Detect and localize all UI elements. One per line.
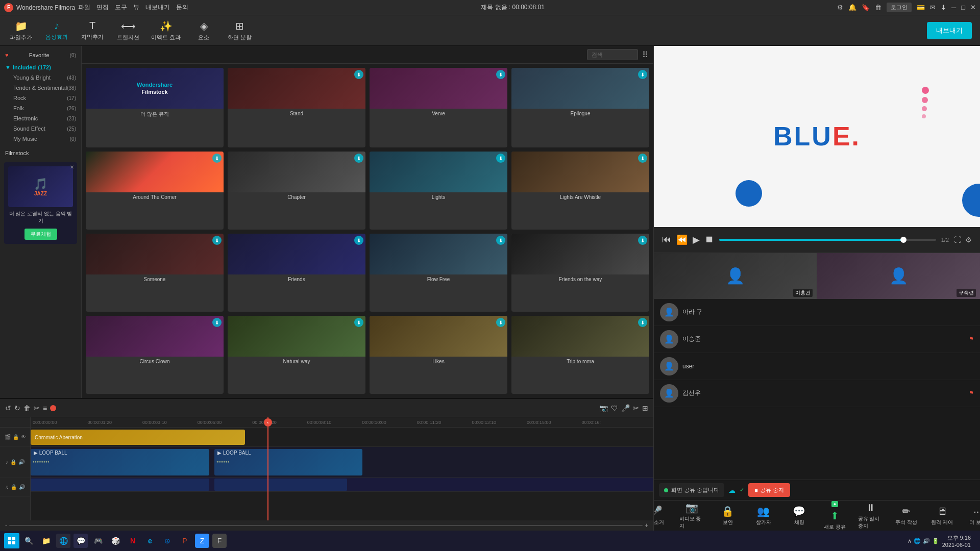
meeting-share-btn[interactable]: ● ⬆ 새로 공유 <box>822 501 848 531</box>
grid-item-friends[interactable]: ⬇ Friends <box>228 234 365 312</box>
trash-icon[interactable]: 🗑 <box>875 4 881 11</box>
tray-volume[interactable]: 🔊 <box>923 538 930 544</box>
redo-icon[interactable]: ↻ <box>14 404 20 412</box>
grid-item-likes[interactable]: ⬇ Likes <box>370 316 507 394</box>
flow-download-icon[interactable]: ⬇ <box>496 236 505 245</box>
taskbar-zoom-icon[interactable]: Z <box>195 534 209 548</box>
loop-ball-clip-2[interactable]: ▶ LOOP BALL ●●●●●●● <box>214 449 362 475</box>
meeting-video-btn[interactable]: 📷 비디오 중지 <box>679 502 705 530</box>
lights-download-icon[interactable]: ⬇ <box>496 154 505 163</box>
menu-help[interactable]: 문의 <box>176 3 188 12</box>
chapter-download-icon[interactable]: ⬇ <box>354 154 363 163</box>
settings-icon[interactable]: ⚙ <box>837 4 843 11</box>
audio-lock-icon[interactable]: 🔒 <box>10 459 16 465</box>
grid-item-filmstock[interactable]: Wondershare Filmstock 더 많은 뮤직 <box>86 68 224 147</box>
shield-icon[interactable]: 🛡 <box>611 404 618 412</box>
natural-download-icon[interactable]: ⬇ <box>354 318 363 327</box>
eye-icon[interactable]: 👁 <box>21 434 26 440</box>
stop-share-btn[interactable]: ■ 공유 중지 <box>748 483 790 497</box>
sidebar-my-music[interactable]: My Music (0) <box>8 134 81 144</box>
toolbar-audio[interactable]: ♪ 음성효과 <box>44 20 69 41</box>
sidebar-included[interactable]: ▼ Included (172) <box>0 62 81 72</box>
undo-icon[interactable]: ↺ <box>5 404 11 412</box>
zoom-out-icon[interactable]: - <box>5 522 7 529</box>
fullscreen-icon[interactable]: ⛶ <box>954 236 961 244</box>
minimize-btn[interactable]: ─ <box>951 4 956 11</box>
preview-progress-bar[interactable] <box>719 239 936 241</box>
properties-icon[interactable]: ≡ <box>43 404 47 412</box>
sidebar-sound-effect[interactable]: Sound Effect (25) <box>8 123 81 134</box>
card-icon[interactable]: 💳 <box>917 4 925 11</box>
toolbar-elements[interactable]: ◈ 요소 <box>191 20 216 41</box>
epilogue-download-icon[interactable]: ⬇ <box>638 70 647 79</box>
toolbar-split[interactable]: ⊞ 화면 분할 <box>227 20 252 41</box>
trip-download-icon[interactable]: ⬇ <box>638 318 647 327</box>
taskbar-filmora-icon[interactable]: F <box>212 534 227 548</box>
taskbar-game-icon[interactable]: 🎮 <box>91 534 105 548</box>
taskbar-explorer-icon[interactable]: 📁 <box>39 534 53 548</box>
taskbar-ie-icon[interactable]: e <box>143 534 157 548</box>
mail-icon[interactable]: ✉ <box>930 4 936 11</box>
bookmark-icon[interactable]: 🔖 <box>862 4 870 11</box>
cut-icon[interactable]: ✂ <box>34 404 40 412</box>
sidebar-favorite[interactable]: ♥ Favorite (0) <box>0 50 81 60</box>
download-icon[interactable]: ⬇ <box>941 4 946 11</box>
play-btn[interactable]: ▶ <box>693 234 700 245</box>
someone-download-icon[interactable]: ⬇ <box>212 236 222 245</box>
sidebar-rock[interactable]: Rock (17) <box>8 93 81 103</box>
stop-btn[interactable]: ⏹ <box>705 234 714 245</box>
tray-network[interactable]: 🌐 <box>914 538 921 544</box>
grid-item-chapter[interactable]: ⬇ Chapter <box>228 152 365 230</box>
grid-item-someone[interactable]: ⬇ Someone <box>86 234 224 312</box>
verve-download-icon[interactable]: ⬇ <box>496 70 505 79</box>
notification-icon[interactable]: 🔔 <box>848 4 856 11</box>
scissors-icon[interactable]: ✂ <box>633 404 639 412</box>
tray-arrow[interactable]: ∧ <box>908 538 912 544</box>
grid-item-trip[interactable]: ⬇ Trip to roma <box>511 316 649 394</box>
login-btn[interactable]: 로그인 <box>887 3 912 12</box>
taskbar-chrome-icon[interactable]: 🌐 <box>56 534 70 548</box>
toolbar-transition[interactable]: ⟷ 트랜지션 <box>115 20 141 41</box>
sidebar-tender[interactable]: Tender & Sentimental (38) <box>8 83 81 93</box>
friends-download-icon[interactable]: ⬇ <box>354 236 363 245</box>
ad-close-icon[interactable]: ✕ <box>70 164 74 170</box>
grid-item-epilogue[interactable]: ⬇ Epilogue <box>511 68 649 147</box>
meeting-participants-btn[interactable]: 👥 참가자 <box>751 505 776 526</box>
audio-speaker-icon[interactable]: 🔊 <box>18 459 24 465</box>
audio2-speaker-icon[interactable]: 🔊 <box>19 484 25 490</box>
corner-download-icon[interactable]: ⬇ <box>212 154 222 163</box>
loop-ball-clip-1[interactable]: ▶ LOOP BALL ●●●●●●●●● <box>31 449 209 475</box>
mic-timeline-icon[interactable]: 🎤 <box>621 404 630 412</box>
audio2-lock-icon[interactable]: 🔒 <box>11 484 17 490</box>
windows-start-btn[interactable] <box>4 533 19 548</box>
sub-clip-2[interactable] <box>214 479 347 491</box>
chromatic-clip[interactable]: Chromatic Aberration <box>31 430 245 445</box>
sidebar-folk[interactable]: Folk (26) <box>8 103 81 113</box>
menu-tools[interactable]: 도구 <box>115 3 127 12</box>
meeting-mic-btn[interactable]: 🎤 음소거 <box>654 505 669 526</box>
close-btn[interactable]: ✕ <box>970 4 976 11</box>
toolbar-file-add[interactable]: 📁 파일추가 <box>8 20 34 41</box>
zoom-in-icon[interactable]: + <box>645 522 648 529</box>
meeting-security-btn[interactable]: 🔒 보안 <box>715 505 741 526</box>
taskbar-netflix-icon[interactable]: N <box>126 534 140 548</box>
grid-item-friends-way[interactable]: ⬇ Friends on the way <box>511 234 649 312</box>
grid-item-corner[interactable]: ⬇ Around The Corner <box>86 152 224 230</box>
search-input[interactable] <box>587 49 638 60</box>
taskbar-edge-icon[interactable]: ⊕ <box>160 534 175 548</box>
ad-trial-btn[interactable]: 무료체험 <box>24 229 57 240</box>
sub-clip-1[interactable] <box>31 479 209 491</box>
maximize-btn[interactable]: □ <box>961 4 965 11</box>
friends-way-download-icon[interactable]: ⬇ <box>638 236 647 245</box>
taskbar-ppt-icon[interactable]: P <box>178 534 192 548</box>
likes-download-icon[interactable]: ⬇ <box>496 318 505 327</box>
grid-item-natural[interactable]: ⬇ Natural way <box>228 316 365 394</box>
sidebar-young-bright[interactable]: Young & Bright (43) <box>8 72 81 83</box>
grid-item-circus[interactable]: ⬇ Circus Clown <box>86 316 224 394</box>
grid-item-lights-whistle[interactable]: ⬇ Lights Are Whistle <box>511 152 649 230</box>
toolbar-subtitle[interactable]: T 자막추가 <box>80 20 105 41</box>
zoom-slider[interactable] <box>9 525 643 526</box>
circus-download-icon[interactable]: ⬇ <box>212 318 222 327</box>
meeting-remote-btn[interactable]: 🖥 원격 제어 <box>929 506 955 526</box>
taskbar-steam-icon[interactable]: 🎲 <box>108 534 122 548</box>
